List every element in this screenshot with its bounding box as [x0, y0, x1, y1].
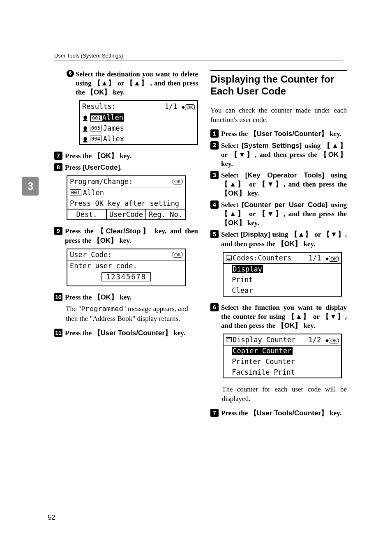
list-item: 004Allex — [80, 134, 197, 144]
bullet-10: 10 — [54, 293, 62, 301]
list-icon — [226, 256, 232, 260]
lcd-program-change: Program/Change: OK 001 Allen Press OK ke… — [67, 175, 186, 220]
list-item: 001Allen — [80, 112, 197, 123]
step-11: 11 Press the 【User Tools/Counter】 key. — [54, 329, 198, 338]
ok-icon: OK — [185, 104, 195, 110]
bullet-6: 6 — [67, 70, 74, 77]
bullet-8: 8 — [54, 163, 62, 171]
header-title: User Tools (System Settings) — [54, 53, 123, 59]
list-item: 001 Allen — [67, 187, 185, 198]
ok-icon: OK — [173, 252, 182, 258]
page-header: User Tools (System Settings) — [54, 53, 343, 60]
step-9: 9 Press the 【Clear/Stop】 key, and then p… — [54, 227, 198, 245]
lcd-btn-dest: Dest. — [67, 210, 107, 219]
list-item: Printer Counter — [224, 356, 341, 367]
rstep-7: 7 Press the 【User Tools/Counter】 key. — [210, 409, 347, 418]
person-icon — [82, 113, 88, 122]
lcd-hint: Enter user code. — [67, 260, 185, 271]
rstep-6: 6 Select the function you want to displa… — [210, 303, 347, 330]
lcd-hint: Press OK key after setting — [67, 198, 185, 209]
person-icon — [82, 124, 88, 132]
ok-icon: OK — [329, 338, 339, 343]
list-item: Display — [224, 264, 341, 274]
step-6: 6 Select the destination you want to del… — [67, 70, 198, 97]
step-10-body: The "Programmed" message appears, and th… — [66, 304, 198, 324]
person-icon — [82, 135, 88, 143]
updown-icon: ◆ — [182, 104, 185, 110]
left-column: 6 Select the destination you want to del… — [54, 70, 198, 420]
lcd-codes-counters: Codes:Counters 1/1 ◆OK Display Print Cle… — [223, 252, 342, 297]
rstep-4: 4 Select [Counter per User Code] using 【… — [210, 200, 347, 228]
lcd-user-code: User Code: OK Enter user code. 12345678 — [67, 249, 186, 286]
lcd-results: Results: 1/1 ◆OK 001Allen 003James 004Al… — [79, 100, 198, 145]
lcd-display-counter: Display Counter 1/2 ◆OK Copier Counter P… — [223, 334, 342, 378]
updown-icon: ◆ — [325, 337, 329, 343]
list-icon — [226, 337, 232, 342]
lcd-buttons: Dest. UserCode Reg. No. — [67, 209, 185, 219]
chapter-tab: 3 — [22, 177, 39, 196]
list-item: Copier Counter — [224, 345, 341, 356]
lcd-btn-usercode: UserCode — [107, 210, 146, 219]
lcd2-title: Program/Change: — [70, 177, 133, 186]
ok-icon: OK — [173, 179, 182, 184]
rstep-3: 3 Select [Key Operator Tools] using 【▲】 … — [210, 171, 347, 198]
lcd-btn-regno: Reg. No. — [146, 210, 185, 219]
list-item: Facsimile Print — [224, 367, 341, 378]
step-8: 8 Press [UserCode]. — [54, 163, 198, 172]
list-item: Print — [224, 274, 341, 285]
list-item: 003James — [80, 123, 197, 134]
ok-icon: OK — [329, 256, 339, 262]
lcd1-title: Results: — [82, 102, 116, 111]
bullet-11: 11 — [54, 329, 62, 337]
lcd3-title: User Code: — [70, 251, 112, 259]
rstep-5: 5 Select [Display] using 【▲】 or 【▼】, and… — [210, 230, 347, 248]
step-7: 7 Press the 【OK】 key. — [54, 152, 198, 161]
bullet-7: 7 — [54, 152, 62, 160]
page-number: 52 — [48, 514, 55, 522]
step-10: 10 Press the 【OK】 key. — [54, 293, 198, 302]
rstep-2: 2 Select [System Settings] using 【▲】 or … — [210, 141, 347, 168]
lcd-input-value: 12345678 — [101, 272, 151, 281]
bullet-9: 9 — [54, 227, 62, 235]
updown-icon: ◆ — [325, 255, 329, 262]
list-item: Clear — [224, 285, 341, 296]
rstep-1: 1 Press the 【User Tools/Counter】 key. — [210, 129, 347, 138]
rstep-6-body: The counter for each user code will be d… — [222, 385, 347, 404]
right-column: Displaying the Counter for Each User Cod… — [210, 70, 347, 420]
section-title: Displaying the Counter for Each User Cod… — [210, 70, 347, 100]
section-intro: You can check the counter made under eac… — [210, 106, 347, 125]
